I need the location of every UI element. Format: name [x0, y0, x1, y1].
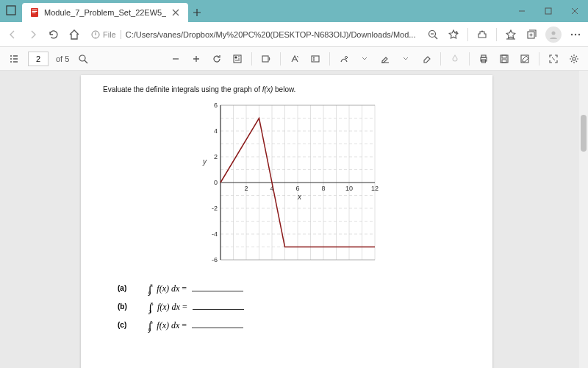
svg-point-11: [575, 33, 576, 35]
titlebar: Module_7_Problem_Set_22EW5_: [0, 0, 588, 22]
scrollbar-thumb[interactable]: [581, 115, 587, 152]
favorites-icon[interactable]: [504, 28, 517, 41]
highlight-icon[interactable]: [379, 52, 392, 66]
svg-point-24: [573, 57, 576, 60]
url-text: C:/Users/vanes/Dropbox/My%20PC%20(DESKTO…: [126, 30, 416, 39]
pdf-toolbar: of 5: [0, 47, 588, 71]
draw-icon[interactable]: [337, 52, 351, 66]
rotate-icon[interactable]: [210, 52, 223, 66]
answer-blank[interactable]: [192, 328, 243, 328]
text-icon[interactable]: [288, 52, 301, 66]
svg-text:12: 12: [371, 185, 379, 192]
erase-icon[interactable]: [420, 52, 433, 66]
question-row: (b)∫53f(x) dx =: [118, 300, 470, 313]
svg-text:6: 6: [295, 185, 299, 192]
zoom-in-icon[interactable]: [190, 52, 203, 66]
save-as-icon[interactable]: [518, 52, 531, 66]
svg-text:8: 8: [321, 185, 325, 192]
profile-avatar[interactable]: [545, 26, 562, 43]
print-icon[interactable]: [477, 52, 490, 66]
svg-text:-6: -6: [212, 256, 218, 263]
highlight-chevron-icon[interactable]: [399, 52, 412, 66]
new-tab-button[interactable]: [188, 3, 206, 22]
back-button[interactable]: [6, 28, 19, 41]
svg-rect-15: [262, 56, 268, 62]
svg-text:6: 6: [214, 102, 218, 109]
svg-point-9: [552, 31, 556, 35]
svg-point-12: [578, 33, 580, 35]
refresh-button[interactable]: [47, 28, 60, 41]
settings-gear-icon[interactable]: [567, 52, 581, 66]
zoom-out-icon[interactable]: [169, 52, 182, 66]
question-expression: ∫53f(x) dx =: [149, 300, 244, 313]
favorites-star-icon[interactable]: [447, 28, 460, 41]
question-label: (c): [118, 321, 126, 329]
browser-tab[interactable]: Module_7_Problem_Set_22EW5_: [22, 3, 188, 22]
fullscreen-icon[interactable]: [547, 52, 560, 66]
contents-icon[interactable]: [7, 52, 21, 66]
window-controls: [509, 0, 588, 22]
question-label: (b): [118, 302, 127, 311]
problem-prompt: Evaluate the definite integrals using th…: [103, 85, 470, 93]
draw-chevron-icon[interactable]: [358, 52, 371, 66]
svg-rect-4: [32, 13, 36, 13]
question-label: (a): [118, 284, 126, 292]
tab-actions-icon[interactable]: [6, 5, 16, 17]
url-protocol: File: [91, 30, 121, 39]
svg-text:4: 4: [214, 127, 218, 135]
insert-text-icon[interactable]: [309, 52, 322, 66]
read-aloud-icon[interactable]: [259, 52, 273, 66]
tab-title: Module_7_Problem_Set_22EW5_: [44, 8, 166, 17]
find-icon[interactable]: [76, 52, 90, 66]
window-maximize-button[interactable]: [535, 0, 562, 22]
forward-button[interactable]: [26, 28, 40, 41]
answer-blank[interactable]: [192, 291, 243, 291]
browser-toolbar: File C:/Users/vanes/Dropbox/My%20PC%20(D…: [0, 22, 588, 47]
more-menu-icon[interactable]: [569, 28, 582, 41]
pdf-favicon: [29, 7, 40, 18]
x-axis-label: x: [297, 193, 302, 201]
toolbar-separator: [467, 28, 468, 41]
svg-rect-2: [32, 10, 37, 10]
svg-text:0: 0: [214, 179, 218, 186]
pdf-page: Evaluate the definite integrals using th…: [81, 75, 492, 368]
svg-text:2: 2: [244, 185, 248, 192]
extensions-icon[interactable]: [476, 28, 489, 41]
answer-blank[interactable]: [193, 309, 244, 310]
svg-rect-18: [481, 55, 486, 57]
svg-point-13: [79, 55, 85, 61]
svg-point-10: [571, 33, 573, 35]
address-bar[interactable]: File C:/Users/vanes/Dropbox/My%20PC%20(D…: [88, 30, 419, 39]
question-row: (c)∫50f(x) dx =: [118, 319, 470, 331]
question-expression: ∫50f(x) dx =: [148, 319, 243, 331]
question-expression: ∫30f(x) dx =: [148, 282, 243, 294]
toolbar-separator: [496, 28, 497, 41]
pdf-viewport[interactable]: Evaluate the definite integrals using th…: [0, 71, 588, 368]
save-icon[interactable]: [498, 52, 511, 66]
zoom-indicator-icon[interactable]: [426, 28, 440, 41]
svg-text:10: 10: [345, 185, 353, 192]
page-view-icon[interactable]: [231, 52, 244, 66]
svg-text:2: 2: [214, 153, 218, 160]
tab-close-icon[interactable]: [171, 7, 181, 18]
svg-rect-16: [312, 56, 319, 62]
svg-text:-4: -4: [212, 230, 218, 238]
svg-rect-21: [502, 55, 506, 58]
svg-text:-2: -2: [212, 205, 218, 212]
vertical-scrollbar[interactable]: [579, 71, 588, 368]
ink-icon[interactable]: [448, 52, 462, 66]
svg-rect-5: [545, 8, 551, 14]
home-button[interactable]: [68, 28, 81, 41]
svg-rect-0: [7, 6, 15, 15]
window-close-button[interactable]: [562, 0, 588, 22]
page-count-label: of 5: [56, 54, 69, 63]
svg-rect-3: [32, 11, 37, 12]
question-row: (a)∫30f(x) dx =: [118, 282, 470, 294]
window-minimize-button[interactable]: [509, 0, 535, 22]
collections-icon[interactable]: [525, 28, 538, 41]
function-graph: 24681012 0 246 -2-4-6 y x: [191, 98, 382, 275]
page-number-input[interactable]: [28, 52, 49, 66]
svg-rect-22: [502, 60, 506, 63]
y-axis-label: y: [202, 158, 207, 166]
